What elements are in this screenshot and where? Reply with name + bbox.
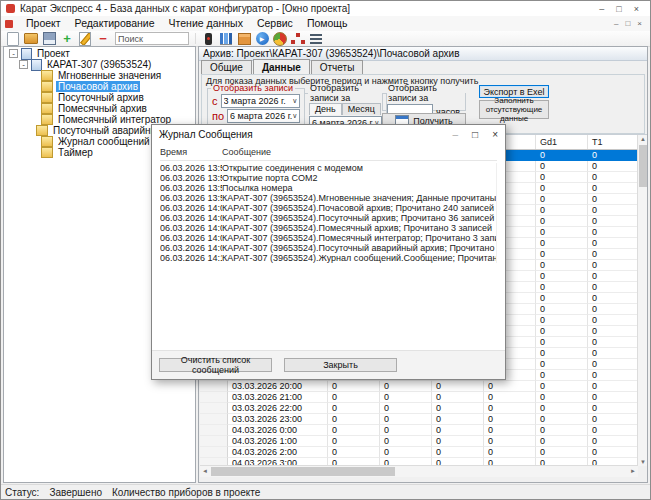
horizontal-scroll-thumb[interactable] [211,467,395,476]
fill-missing-line1: Заполнить [494,96,533,105]
value-cell: 0 [432,381,484,392]
message-column-header[interactable]: Сообщение [222,147,271,160]
value-cell: 0 [536,172,588,183]
chart-button[interactable] [217,32,235,46]
grid-column-header[interactable]: T1 [588,135,638,149]
menu-item-editing[interactable]: Редактирование [68,16,162,31]
tree-item-daily-archive[interactable]: Посуточный архив [56,92,146,103]
value-cell: 0 [588,216,638,227]
tab-reports[interactable]: Отчеты [311,60,364,75]
report-lines-button[interactable] [307,32,325,46]
tree-item-timer[interactable]: Таймер [56,147,95,158]
message-log-row[interactable]: 06.03.2026 14:06:39КАРАТ-307 (39653524).… [160,203,496,213]
table-row[interactable]: 03.03.2026 23:00000000 [200,414,648,425]
message-log-row[interactable]: 06.03.2026 14:16:37КАРАТ-307 (39653524).… [160,253,496,263]
table-row[interactable]: 03.03.2026 21:00000000 [200,392,648,403]
row-selector-cell [200,425,228,436]
tree-item-device[interactable]: КАРАТ-307 (39653524) [45,59,153,70]
value-cell: 0 [536,161,588,172]
open-project-button[interactable] [22,32,40,46]
value-cell: 0 [588,271,638,282]
collapse-toggle[interactable]: - [9,49,18,58]
scroll-right-icon[interactable]: ► [630,468,636,474]
device-connect-button[interactable] [199,32,217,46]
time-column-header[interactable]: Время [160,147,222,160]
message-log-row[interactable]: 06.03.2026 13:58:30КАРАТ-307 (39653524).… [160,193,496,203]
fill-missing-data-button[interactable]: Заполнить отсутствующие данные [479,100,549,119]
dialog-maximize-button[interactable]: □ [472,129,478,140]
scroll-down-icon[interactable]: ▼ [638,459,648,465]
mini-tab-День[interactable]: День [309,103,342,115]
search-input[interactable] [115,32,189,45]
dialog-minimize-button[interactable]: – [453,129,459,140]
pie-report-button[interactable] [271,32,289,46]
table-row[interactable]: 04.03.2026 1:00000000 [200,436,648,447]
date-to-value: 6 марта 2026 г. [230,111,292,121]
remove-button[interactable]: − [94,32,112,46]
value-cell: 0 [536,304,588,315]
grid-column-header[interactable]: Gd1 [536,135,588,149]
table-row[interactable]: 03.03.2026 22:00000000 [200,403,648,414]
message-log-row[interactable]: 06.03.2026 13:58:07Открытие порта COM2 [160,173,496,183]
clear-messages-button[interactable]: Очистить список сообщений [159,358,272,372]
archive-box-button[interactable] [235,32,253,46]
start-reading-icon: ▶ [256,32,269,45]
vertical-scroll-thumb[interactable] [639,145,647,187]
value-cell: 0 [536,414,588,425]
new-document-button[interactable] [4,32,22,46]
table-row[interactable]: 04.03.2026 2:00000000 [200,447,648,458]
menu-item-help[interactable]: Помощь [300,16,355,31]
message-log-row[interactable]: 06.03.2026 14:08:11КАРАТ-307 (39653524).… [160,233,496,243]
hours-group-title: Отобразить записи за [386,83,465,103]
dialog-list-header: Время Сообщение [160,147,497,161]
tree-item-hourly-archive[interactable]: Почасовой архив [56,81,140,92]
tree-item-project[interactable]: Проект [35,48,72,59]
dialog-close-button[interactable]: Закрыть [284,358,397,372]
menu-item-service[interactable]: Сервис [250,16,300,31]
save-icon [43,32,56,45]
status-segment-1: Завершено [49,487,102,498]
tree-item-message-log[interactable]: Журнал сообщений [56,136,152,147]
tree-item-instant-values[interactable]: Мгновенные значения [56,70,163,81]
message-log-row[interactable]: 06.03.2026 13:58:07Посылка номера [160,183,496,193]
date-to-picker[interactable]: 6 марта 2026 г. ∨ [227,109,300,123]
close-button[interactable]: × [634,4,639,14]
network-button[interactable] [289,32,307,46]
menu-item-read-data[interactable]: Чтение данных [162,16,250,31]
mdi-minimize-button[interactable]: – [614,19,618,28]
maximize-button[interactable]: □ [616,4,621,14]
date-from-picker[interactable]: 3 марта 2026 г. ∨ [221,94,301,108]
start-reading-button[interactable]: ▶ [253,32,271,46]
scroll-up-icon[interactable]: ▲ [638,136,648,142]
table-row[interactable]: 03.03.2026 20:00000000 [200,381,648,392]
tree-row-hourly-archive: Почасовой архив [4,81,195,92]
tab-general[interactable]: Общие [201,60,252,75]
value-cell: 0 [536,227,588,238]
edit-button[interactable] [76,32,94,46]
collapse-toggle[interactable]: - [19,60,28,69]
mini-tab-Месяц[interactable]: Месяц [342,103,381,115]
range-group: Отобразить записи с 3 марта 2026 г. ∨ по… [207,83,305,125]
horizontal-scrollbar[interactable]: ◄ ► [200,465,638,477]
message-log-row[interactable]: 06.03.2026 14:08:02КАРАТ-307 (39653524).… [160,223,496,233]
add-button[interactable]: + [58,32,76,46]
message-log-row[interactable]: 06.03.2026 14:09:25КАРАТ-307 (39653524).… [160,243,496,253]
message-text: КАРАТ-307 (39653524).Журнал сообщений.Со… [222,253,496,263]
mdi-restore-button[interactable]: □ [625,19,630,28]
value-cell: 0 [536,359,588,370]
tree-item-monthly-archive[interactable]: Помесячный архив [56,103,149,114]
message-time: 06.03.2026 13:58:07 [160,163,222,173]
vertical-scrollbar[interactable]: ▲ ▼ [637,135,648,466]
mdi-close-button[interactable]: × [637,19,642,28]
menu-item-project[interactable]: Проект [19,16,68,31]
message-time: 06.03.2026 13:58:07 [160,173,222,183]
dialog-close-icon[interactable]: × [492,129,498,140]
save-button[interactable] [40,32,58,46]
message-log-row[interactable]: 06.03.2026 13:58:07Открытие соединения с… [160,163,496,173]
tab-data[interactable]: Данные [253,59,310,75]
minimize-button[interactable]: – [599,4,604,14]
message-log-row[interactable]: 06.03.2026 14:07:53КАРАТ-307 (39653524).… [160,213,496,223]
scroll-left-icon[interactable]: ◄ [202,468,208,474]
value-cell: 0 [588,183,638,194]
table-row[interactable]: 04.03.2026 0:00000000 [200,425,648,436]
